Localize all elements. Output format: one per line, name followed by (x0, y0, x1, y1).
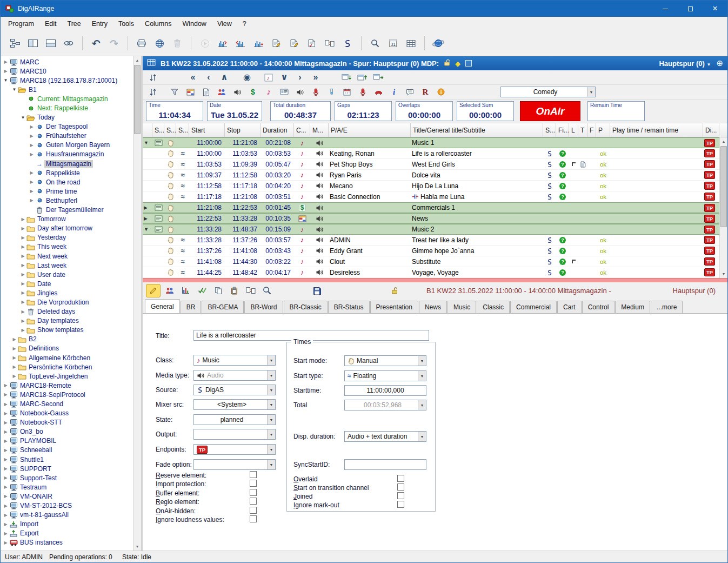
output-select[interactable]: ▼ (193, 429, 276, 440)
tree-item-b1[interactable]: ▼B1 (1, 85, 133, 94)
endpoints-select[interactable]: TP ▼ (193, 444, 276, 455)
flag-checkbox-buffer-element[interactable] (250, 489, 257, 496)
tab-presentation[interactable]: Presentation (370, 301, 418, 313)
sound-button[interactable] (230, 86, 244, 98)
column-header-duration[interactable]: Duration (261, 123, 294, 137)
delete-button[interactable] (169, 34, 185, 52)
tab-br-gema[interactable]: BR-GEMA (202, 301, 244, 313)
editor-track-selector[interactable]: Hauptspur (0) (673, 287, 716, 295)
search-entry-button[interactable] (259, 284, 274, 297)
tree-item-last-week[interactable]: ▶Last week (1, 261, 133, 270)
save-button[interactable] (310, 284, 324, 297)
paste-button[interactable] (227, 284, 242, 297)
transfer-button[interactable] (243, 284, 258, 297)
resort-button[interactable] (146, 71, 160, 84)
tree-item-bus-instances[interactable]: ▶BUS instances (1, 538, 133, 547)
tab-br-classic[interactable]: BR-Classic (284, 301, 328, 313)
window-prev-button[interactable] (340, 71, 354, 84)
tree-item-definitions[interactable]: ▶Definitions (1, 344, 133, 353)
flag-checkbox-regio-element[interactable] (250, 498, 257, 505)
menu-edit[interactable]: Edit (39, 18, 62, 30)
tree-item-notebook-gauss[interactable]: ▶Notebook-Gauss (1, 409, 133, 418)
tab-news[interactable]: News (419, 301, 447, 313)
insert-audio-button[interactable]: ♪ (262, 71, 276, 84)
tree-item-notebook-stt[interactable]: ▶Notebook-STT (1, 418, 133, 427)
move-entry-up-button[interactable]: ∧ (217, 71, 231, 84)
voicetrack-button[interactable] (356, 86, 370, 98)
column-header-m[interactable]: M... (310, 123, 329, 137)
tab-general[interactable]: General (145, 299, 180, 313)
goto-current-button[interactable]: ◉ (240, 71, 254, 84)
disp-duration-select[interactable]: Audio + text duration ▼ (344, 431, 426, 442)
media-type-select[interactable]: Audio ▼ (193, 370, 276, 381)
audio-button[interactable] (293, 86, 307, 98)
close-button[interactable]: × (703, 1, 727, 17)
split-vertical-button[interactable] (25, 34, 41, 52)
tree-item-import[interactable]: ▶Import (1, 520, 133, 529)
commercials-button[interactable]: $ (246, 86, 260, 98)
tree-item-schneeball[interactable]: ▶Schneeball (1, 446, 133, 455)
tree-item-date[interactable]: ▶Date (1, 279, 133, 288)
start-mode-select[interactable]: Manual ▼ (344, 355, 426, 366)
doc-transfer-button[interactable] (322, 34, 338, 52)
scroll-thumb[interactable] (720, 146, 727, 227)
tree-item-der-tagespool[interactable]: ▶Der Tagespool (1, 122, 133, 131)
tree-item-die-vorproduktion[interactable]: ▶Die Vorproduktion (1, 297, 133, 307)
column-header-s[interactable]: S... (152, 123, 164, 137)
playlist-item-row[interactable]: ≈11:09:3711:12:5800:03:20♪Ryan ParisDolc… (143, 170, 719, 181)
tree-item-vm-onair[interactable]: ▶VM-ONAIR (1, 492, 133, 501)
column-header-s[interactable]: S... (176, 123, 189, 137)
column-header-l[interactable]: L (569, 123, 578, 137)
go-next-button[interactable]: › (293, 71, 307, 84)
playlist-item-row[interactable]: ≈11:33:2811:37:2600:03:57♪ADMINTreat her… (143, 235, 719, 246)
cart-button[interactable] (277, 86, 291, 98)
tab-cart[interactable]: Cart (557, 301, 582, 313)
window-current-button[interactable] (356, 71, 370, 84)
edit-script-button[interactable] (286, 34, 302, 52)
scroll-thumb[interactable] (134, 65, 141, 134)
calendar-31-button[interactable]: 31 (385, 34, 401, 52)
track-selector[interactable]: Hauptspur (0) ▼ (659, 59, 711, 68)
speaker-text-button[interactable] (162, 284, 177, 297)
presenter-button[interactable] (215, 86, 229, 98)
tree-item-vm-t-81-gaussall[interactable]: ▶vm-t-81-gaussAll (1, 511, 133, 520)
menu-program[interactable]: Program (3, 18, 39, 30)
column-header-p-a-e[interactable]: P/A/E (329, 123, 411, 137)
time-checkbox-ignore-mark-out[interactable] (397, 501, 404, 508)
tab-br-word[interactable]: BR-Word (244, 301, 283, 313)
scroll-down-icon[interactable]: ▼ (720, 270, 727, 278)
mixer-src-select[interactable]: <System> ▼ (193, 399, 276, 410)
tab-br[interactable]: BR (181, 301, 202, 313)
column-header-p[interactable]: P (596, 123, 610, 137)
class-select[interactable]: ♪ Music ▼ (193, 355, 276, 366)
onair-button[interactable]: OnAir (520, 101, 580, 121)
time-checkbox-overlaid[interactable] (397, 475, 404, 482)
tree-item-fr-haufsteher[interactable]: ▶Frühaufsteher (1, 131, 133, 141)
mdp-checkbox[interactable] (465, 60, 472, 67)
tree-item-user-date[interactable]: ▶User date (1, 270, 133, 279)
starttime-input[interactable] (344, 385, 426, 396)
column-header-c[interactable]: C... (294, 123, 310, 137)
go-prev-button[interactable]: ‹ (202, 71, 216, 84)
menu-columns[interactable]: Columns (139, 18, 177, 30)
hint-button[interactable] (434, 86, 448, 98)
tab-classic[interactable]: Classic (477, 301, 510, 313)
tree-item-allgemeine-k-rbchen[interactable]: ▶Allgemeine Körbchen (1, 353, 133, 362)
tree-item-der-tagesm-lleimer[interactable]: Der Tagesmülleimer (1, 206, 133, 215)
menu-view[interactable]: View (212, 18, 237, 30)
tree-item-marc18-seplprotocol[interactable]: ▶MARC18-SeplProtocol (1, 390, 133, 399)
tree-item-vm-st-2012-bcs[interactable]: ▶VM-ST-2012-BCS (1, 501, 133, 511)
split-horizontal-button[interactable] (43, 34, 59, 52)
move-entry-down-button[interactable]: ∨ (277, 71, 291, 84)
statistics-button[interactable] (178, 284, 193, 297)
tree-item-this-week[interactable]: ▶This week (1, 242, 133, 251)
tree-item-show-templates[interactable]: ▶Show templates (1, 326, 133, 335)
news-table-button[interactable] (183, 86, 197, 98)
tree-item-shuttle1[interactable]: ▶Shuttle1 (1, 455, 133, 464)
tree-item-betthupferl[interactable]: ▶Betthupferl (1, 196, 133, 205)
copy-button[interactable] (211, 284, 225, 297)
validate-button[interactable] (195, 284, 209, 297)
time-checkbox-joined[interactable] (397, 492, 404, 499)
info-button[interactable]: i (387, 86, 401, 98)
tree-item-day-templates[interactable]: ▶Day templates (1, 316, 133, 326)
